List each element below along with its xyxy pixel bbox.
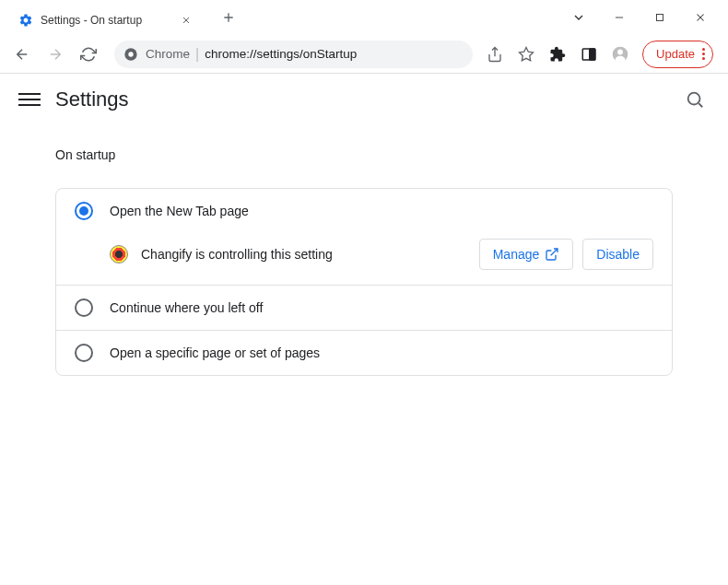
sidepanel-icon[interactable]: [580, 45, 598, 64]
svg-point-7: [617, 49, 623, 54]
extension-notice-text: Changify is controlling this setting: [141, 247, 466, 262]
extensions-icon[interactable]: [548, 45, 567, 64]
reload-button[interactable]: [76, 41, 101, 67]
section-title: On startup: [0, 136, 728, 173]
browser-toolbar: Chrome | chrome://settings/onStartup Upd…: [0, 35, 728, 74]
radio-unselected-icon[interactable]: [75, 344, 93, 362]
radio-label: Continue where you left off: [110, 300, 263, 315]
settings-content: On startup Open the New Tab page Changif…: [0, 125, 728, 402]
option-new-tab[interactable]: Open the New Tab page: [56, 189, 672, 233]
update-label: Update: [656, 47, 695, 61]
radio-label: Open a specific page or set of pages: [110, 345, 320, 360]
option-continue[interactable]: Continue where you left off: [56, 285, 672, 330]
svg-point-8: [688, 93, 700, 105]
chrome-icon: [123, 47, 138, 62]
option-specific-pages[interactable]: Open a specific page or set of pages: [56, 330, 672, 375]
close-button[interactable]: [691, 8, 710, 27]
radio-label: Open the New Tab page: [110, 204, 249, 218]
update-button[interactable]: Update: [642, 41, 713, 68]
settings-header: Settings: [0, 74, 728, 125]
profile-icon[interactable]: [611, 45, 629, 64]
page-title: Settings: [55, 88, 129, 111]
browser-tab[interactable]: Settings - On startup: [7, 6, 205, 35]
svg-marker-3: [520, 47, 534, 60]
tab-title: Settings - On startup: [41, 14, 142, 27]
menu-dots-icon: [702, 48, 705, 60]
radio-unselected-icon[interactable]: [75, 298, 93, 317]
url-prefix: Chrome: [146, 47, 190, 61]
maximize-button[interactable]: [651, 8, 669, 27]
toolbar-actions: Update: [486, 41, 719, 68]
svg-point-2: [128, 52, 133, 56]
address-bar[interactable]: Chrome | chrome://settings/onStartup: [114, 41, 473, 68]
url-path: chrome://settings/onStartup: [205, 47, 357, 61]
window-controls: [569, 8, 728, 27]
external-link-icon: [545, 247, 559, 262]
star-icon[interactable]: [517, 45, 535, 64]
svg-rect-5: [590, 49, 595, 60]
startup-options-card: Open the New Tab page Changify is contro…: [55, 188, 673, 376]
chevron-down-icon[interactable]: [569, 8, 588, 27]
share-icon[interactable]: [486, 45, 504, 64]
radio-selected-icon[interactable]: [75, 202, 93, 220]
minimize-button[interactable]: [610, 8, 628, 27]
new-tab-button[interactable]: [216, 5, 241, 30]
back-button[interactable]: [9, 41, 35, 67]
manage-button[interactable]: Manage: [479, 239, 574, 270]
disable-label: Disable: [596, 247, 640, 262]
extension-actions: Manage Disable: [479, 239, 653, 270]
disable-button[interactable]: Disable: [582, 239, 653, 270]
window-titlebar: Settings - On startup: [0, 0, 728, 35]
search-button[interactable]: [684, 88, 706, 111]
close-tab-icon[interactable]: [179, 13, 194, 28]
extension-app-icon: [110, 245, 128, 263]
url-divider: |: [195, 46, 199, 63]
manage-label: Manage: [493, 247, 540, 262]
forward-button[interactable]: [42, 41, 68, 67]
extension-notice: Changify is controlling this setting Man…: [56, 233, 672, 285]
svg-rect-0: [657, 15, 663, 21]
hamburger-menu-button[interactable]: [18, 88, 41, 111]
gear-icon: [18, 13, 33, 28]
